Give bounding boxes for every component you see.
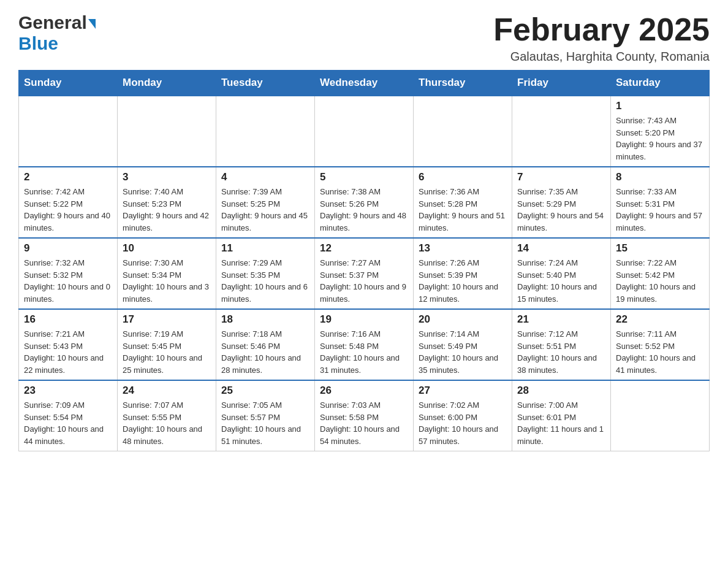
calendar-cell: 13Sunrise: 7:26 AMSunset: 5:39 PMDayligh…: [414, 238, 512, 309]
weekday-header-tuesday: Tuesday: [216, 71, 315, 96]
calendar-cell: 23Sunrise: 7:09 AMSunset: 5:54 PMDayligh…: [19, 380, 118, 451]
title-section: February 2025 Galautas, Harghita County,…: [493, 12, 710, 64]
day-number: 24: [123, 385, 211, 397]
calendar-cell: [216, 96, 315, 167]
weekday-header-thursday: Thursday: [414, 71, 512, 96]
day-info: Sunrise: 7:32 AMSunset: 5:32 PMDaylight:…: [24, 257, 112, 305]
calendar-cell: 3Sunrise: 7:40 AMSunset: 5:23 PMDaylight…: [118, 167, 216, 238]
day-info: Sunrise: 7:00 AMSunset: 6:01 PMDaylight:…: [517, 399, 605, 447]
day-number: 7: [517, 171, 605, 183]
day-number: 17: [123, 313, 211, 326]
day-number: 6: [419, 171, 507, 183]
day-info: Sunrise: 7:09 AMSunset: 5:54 PMDaylight:…: [24, 399, 112, 447]
day-info: Sunrise: 7:22 AMSunset: 5:42 PMDaylight:…: [616, 257, 704, 305]
day-info: Sunrise: 7:19 AMSunset: 5:45 PMDaylight:…: [123, 328, 211, 376]
calendar-cell: 26Sunrise: 7:03 AMSunset: 5:58 PMDayligh…: [315, 380, 414, 451]
calendar-cell: 17Sunrise: 7:19 AMSunset: 5:45 PMDayligh…: [118, 309, 216, 380]
day-number: 14: [517, 242, 605, 255]
day-info: Sunrise: 7:02 AMSunset: 6:00 PMDaylight:…: [419, 399, 507, 447]
calendar-cell: 24Sunrise: 7:07 AMSunset: 5:55 PMDayligh…: [118, 380, 216, 451]
weekday-header-row: SundayMondayTuesdayWednesdayThursdayFrid…: [19, 71, 710, 96]
day-number: 18: [221, 313, 309, 326]
day-info: Sunrise: 7:36 AMSunset: 5:28 PMDaylight:…: [419, 186, 507, 234]
day-number: 25: [221, 385, 309, 397]
day-info: Sunrise: 7:42 AMSunset: 5:22 PMDaylight:…: [24, 186, 112, 234]
day-info: Sunrise: 7:27 AMSunset: 5:37 PMDaylight:…: [320, 257, 408, 305]
day-info: Sunrise: 7:07 AMSunset: 5:55 PMDaylight:…: [123, 399, 211, 447]
day-number: 26: [320, 385, 408, 397]
day-number: 28: [517, 385, 605, 397]
logo-blue-text: Blue: [18, 33, 58, 53]
weekday-header-sunday: Sunday: [19, 71, 118, 96]
calendar-cell: 9Sunrise: 7:32 AMSunset: 5:32 PMDaylight…: [19, 238, 118, 309]
calendar-cell: 22Sunrise: 7:11 AMSunset: 5:52 PMDayligh…: [611, 309, 710, 380]
weekday-header-friday: Friday: [512, 71, 611, 96]
calendar-cell: 27Sunrise: 7:02 AMSunset: 6:00 PMDayligh…: [414, 380, 512, 451]
day-info: Sunrise: 7:05 AMSunset: 5:57 PMDaylight:…: [221, 399, 309, 447]
day-number: 2: [24, 171, 112, 183]
day-info: Sunrise: 7:40 AMSunset: 5:23 PMDaylight:…: [123, 186, 211, 234]
calendar-subtitle: Galautas, Harghita County, Romania: [493, 50, 710, 64]
weekday-header-saturday: Saturday: [611, 71, 710, 96]
calendar-table: SundayMondayTuesdayWednesdayThursdayFrid…: [18, 70, 710, 451]
day-info: Sunrise: 7:43 AMSunset: 5:20 PMDaylight:…: [616, 115, 704, 163]
calendar-cell: 5Sunrise: 7:38 AMSunset: 5:26 PMDaylight…: [315, 167, 414, 238]
day-info: Sunrise: 7:38 AMSunset: 5:26 PMDaylight:…: [320, 186, 408, 234]
calendar-week-2: 2Sunrise: 7:42 AMSunset: 5:22 PMDaylight…: [19, 167, 710, 238]
calendar-cell: 4Sunrise: 7:39 AMSunset: 5:25 PMDaylight…: [216, 167, 315, 238]
day-number: 21: [517, 313, 605, 326]
calendar-cell: 6Sunrise: 7:36 AMSunset: 5:28 PMDaylight…: [414, 167, 512, 238]
calendar-cell: [19, 96, 118, 167]
calendar-cell: 14Sunrise: 7:24 AMSunset: 5:40 PMDayligh…: [512, 238, 611, 309]
day-info: Sunrise: 7:30 AMSunset: 5:34 PMDaylight:…: [123, 257, 211, 305]
calendar-cell: [512, 96, 611, 167]
logo-arrow-icon: [88, 19, 96, 29]
calendar-title: February 2025: [493, 12, 710, 47]
calendar-cell: 28Sunrise: 7:00 AMSunset: 6:01 PMDayligh…: [512, 380, 611, 451]
calendar-week-3: 9Sunrise: 7:32 AMSunset: 5:32 PMDaylight…: [19, 238, 710, 309]
day-number: 19: [320, 313, 408, 326]
day-info: Sunrise: 7:24 AMSunset: 5:40 PMDaylight:…: [517, 257, 605, 305]
day-info: Sunrise: 7:29 AMSunset: 5:35 PMDaylight:…: [221, 257, 309, 305]
day-number: 16: [24, 313, 112, 326]
day-info: Sunrise: 7:26 AMSunset: 5:39 PMDaylight:…: [419, 257, 507, 305]
calendar-cell: [315, 96, 414, 167]
day-info: Sunrise: 7:21 AMSunset: 5:43 PMDaylight:…: [24, 328, 112, 376]
day-number: 12: [320, 242, 408, 255]
calendar-week-4: 16Sunrise: 7:21 AMSunset: 5:43 PMDayligh…: [19, 309, 710, 380]
day-info: Sunrise: 7:18 AMSunset: 5:46 PMDaylight:…: [221, 328, 309, 376]
calendar-cell: 1Sunrise: 7:43 AMSunset: 5:20 PMDaylight…: [611, 96, 710, 167]
calendar-cell: 16Sunrise: 7:21 AMSunset: 5:43 PMDayligh…: [19, 309, 118, 380]
calendar-cell: 19Sunrise: 7:16 AMSunset: 5:48 PMDayligh…: [315, 309, 414, 380]
weekday-header-monday: Monday: [118, 71, 216, 96]
calendar-cell: [118, 96, 216, 167]
day-number: 13: [419, 242, 507, 255]
day-info: Sunrise: 7:11 AMSunset: 5:52 PMDaylight:…: [616, 328, 704, 376]
day-number: 11: [221, 242, 309, 255]
calendar-cell: [611, 380, 710, 451]
calendar-cell: 7Sunrise: 7:35 AMSunset: 5:29 PMDaylight…: [512, 167, 611, 238]
calendar-cell: 2Sunrise: 7:42 AMSunset: 5:22 PMDaylight…: [19, 167, 118, 238]
calendar-cell: 15Sunrise: 7:22 AMSunset: 5:42 PMDayligh…: [611, 238, 710, 309]
day-number: 27: [419, 385, 507, 397]
day-number: 20: [419, 313, 507, 326]
day-number: 8: [616, 171, 704, 183]
calendar-cell: 20Sunrise: 7:14 AMSunset: 5:49 PMDayligh…: [414, 309, 512, 380]
day-info: Sunrise: 7:16 AMSunset: 5:48 PMDaylight:…: [320, 328, 408, 376]
calendar-cell: 21Sunrise: 7:12 AMSunset: 5:51 PMDayligh…: [512, 309, 611, 380]
day-number: 3: [123, 171, 211, 183]
calendar-cell: [414, 96, 512, 167]
day-number: 23: [24, 385, 112, 397]
day-number: 15: [616, 242, 704, 255]
calendar-cell: 18Sunrise: 7:18 AMSunset: 5:46 PMDayligh…: [216, 309, 315, 380]
day-number: 10: [123, 242, 211, 255]
logo: General Blue: [18, 12, 96, 54]
day-number: 4: [221, 171, 309, 183]
day-number: 9: [24, 242, 112, 255]
day-info: Sunrise: 7:39 AMSunset: 5:25 PMDaylight:…: [221, 186, 309, 234]
logo-general-text: General: [18, 12, 87, 33]
calendar-cell: 11Sunrise: 7:29 AMSunset: 5:35 PMDayligh…: [216, 238, 315, 309]
day-info: Sunrise: 7:12 AMSunset: 5:51 PMDaylight:…: [517, 328, 605, 376]
calendar-week-1: 1Sunrise: 7:43 AMSunset: 5:20 PMDaylight…: [19, 96, 710, 167]
calendar-cell: 10Sunrise: 7:30 AMSunset: 5:34 PMDayligh…: [118, 238, 216, 309]
